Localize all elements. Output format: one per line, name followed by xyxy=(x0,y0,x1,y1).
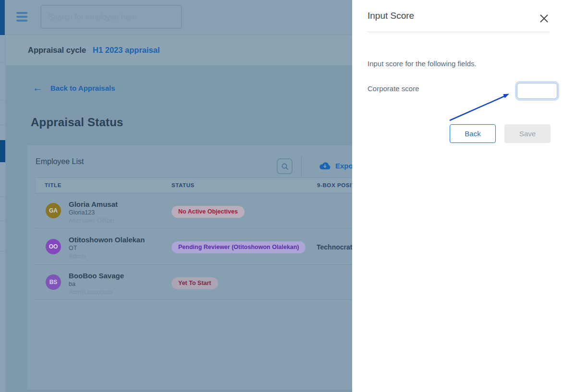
employee-search-box[interactable] xyxy=(40,5,182,29)
employee-username: OT xyxy=(69,244,145,252)
search-icon xyxy=(281,163,289,170)
back-button[interactable]: Back xyxy=(450,124,496,143)
employee-identity: Otitoshowon Olalekan OT Admin xyxy=(69,235,145,261)
status-badge: Yet To Start xyxy=(172,277,218,289)
back-arrow-icon: ← xyxy=(33,83,43,92)
status-badge: Pending Reviewer (Otitoshowon Olalekan) xyxy=(172,241,306,253)
status-badge: No Active Objectives xyxy=(172,206,245,218)
nine-box-position: Technocrat xyxy=(317,243,352,251)
sidebar-divider xyxy=(0,221,5,221)
employee-username: Gloria123 xyxy=(69,209,118,217)
corporate-score-input[interactable] xyxy=(517,83,557,99)
sidebar-divider xyxy=(0,62,5,62)
hamburger-menu-icon[interactable] xyxy=(16,12,27,23)
save-button[interactable]: Save xyxy=(504,124,551,143)
sidebar-divider xyxy=(0,251,5,251)
back-to-appraisals-link[interactable]: ← Back to Appraisals xyxy=(33,83,115,92)
employee-identity: BooBoo Savage ba Admin associate xyxy=(69,271,124,297)
close-drawer-button[interactable] xyxy=(539,13,549,24)
input-score-drawer: Input Score Input score for the followin… xyxy=(352,0,564,392)
employee-search-input[interactable] xyxy=(47,6,169,29)
sidebar-divider xyxy=(0,125,5,125)
drawer-description: Input score for the following fields. xyxy=(368,59,477,68)
app-screen: Appraisal cycle H1 2023 appraisal ← Back… xyxy=(0,0,564,392)
employee-name: Gloria Amusat xyxy=(69,200,118,209)
drawer-title: Input Score xyxy=(368,11,414,21)
employee-identity: Gloria Amusat Gloria123 Aftersales Offic… xyxy=(69,200,118,225)
employee-list-title: Employee List xyxy=(36,157,84,166)
annotation-arrow xyxy=(352,0,564,392)
avatar: BS xyxy=(46,274,61,290)
avatar: GA xyxy=(46,203,61,218)
page-title: Appraisal Status xyxy=(31,116,123,129)
drawer-divider xyxy=(368,32,550,32)
column-header-title: TITLE xyxy=(45,178,61,193)
collapsed-sidebar[interactable] xyxy=(0,35,6,392)
brand-logo-strip xyxy=(0,0,5,35)
appraisal-cycle-link[interactable]: H1 2023 appraisal xyxy=(93,46,159,55)
employee-name: Otitoshowon Olalekan xyxy=(69,235,145,244)
cloud-download-icon xyxy=(319,161,331,170)
sidebar-divider xyxy=(0,197,5,197)
appraisal-cycle-label: Appraisal cycle xyxy=(28,46,86,55)
employee-role: Admin associate xyxy=(69,288,124,297)
column-header-status: STATUS xyxy=(172,178,195,193)
toolbar-divider xyxy=(301,156,302,176)
back-link-label: Back to Appraisals xyxy=(50,84,115,92)
sidebar-divider xyxy=(0,100,5,100)
employee-username: ba xyxy=(69,280,124,288)
employee-role: Aftersales Officer xyxy=(69,217,118,225)
avatar: OO xyxy=(46,239,61,254)
close-icon xyxy=(540,14,548,23)
table-search-button[interactable] xyxy=(277,158,293,174)
sidebar-active-item[interactable] xyxy=(0,140,5,162)
corporate-score-label: Corporate score xyxy=(368,84,419,93)
employee-role: Admin xyxy=(69,252,145,261)
employee-name: BooBoo Savage xyxy=(69,271,124,280)
